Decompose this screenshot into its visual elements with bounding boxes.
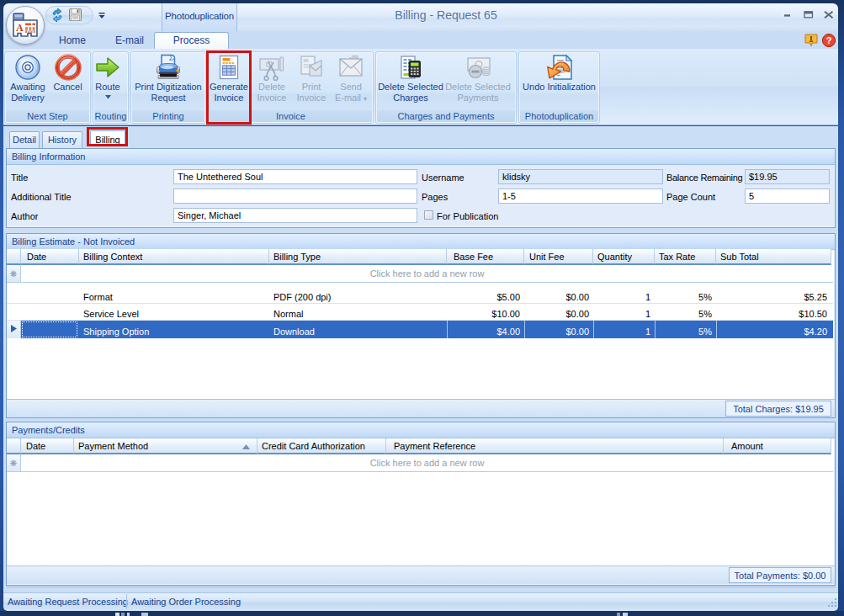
svg-text:?: ? bbox=[826, 35, 832, 45]
svg-text:A: A bbox=[16, 22, 24, 34]
